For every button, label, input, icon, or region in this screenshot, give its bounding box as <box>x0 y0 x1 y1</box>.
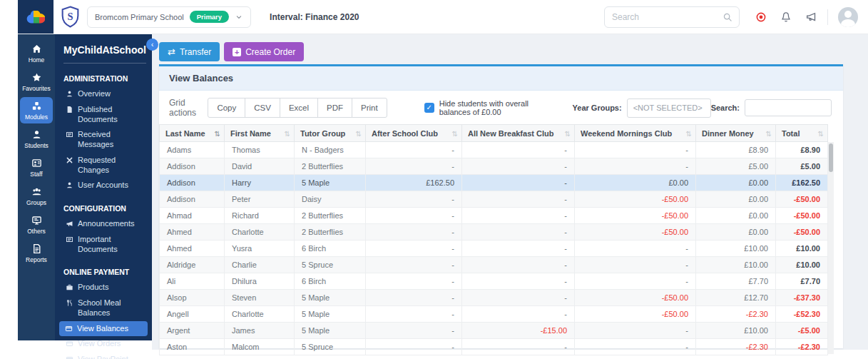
bromcom-shield-logo[interactable]: S <box>61 6 80 28</box>
cell-all-new-breakfast-club: -£15.00 <box>462 323 575 339</box>
sidebar-item-user-accounts[interactable]: User Accounts <box>63 178 146 193</box>
sidebar-item-view-orders[interactable]: View Orders <box>63 336 146 352</box>
cell-after-school-club: - <box>366 142 462 158</box>
sidebar-item-label: Important Documents <box>78 235 144 255</box>
table-row[interactable]: AldridgeCharlie5 Spruce---£10.00£10.00 <box>160 257 828 273</box>
print-button[interactable]: Print <box>352 98 387 118</box>
sidebar-item-requested-changes[interactable]: Requested Changes <box>63 153 146 178</box>
column-header-tutor-group[interactable]: Tutor Group⇅ <box>295 125 366 142</box>
sort-icon[interactable]: ⇅ <box>215 129 220 137</box>
year-groups-control: Year Groups: <box>573 98 711 118</box>
excel-button[interactable]: Excel <box>280 98 318 118</box>
sort-icon[interactable]: ⇅ <box>565 129 571 137</box>
table-scrollbar-track[interactable] <box>828 142 834 354</box>
table-row[interactable]: AlsopSteven5 Maple---£50.00£12.70-£37.30 <box>160 290 828 306</box>
rail-item-reports[interactable]: Reports <box>20 240 53 266</box>
messages-icon <box>66 131 73 138</box>
sort-icon[interactable]: ⇅ <box>452 129 458 137</box>
cell-weekend-mornings-club: -£50.00 <box>575 224 696 241</box>
student-icon <box>31 129 42 140</box>
table-row[interactable]: AhmedCharlotte2 Butterflies---£50.00£0.0… <box>160 224 828 241</box>
sort-icon[interactable]: ⇅ <box>766 129 772 137</box>
copy-button[interactable]: Copy <box>208 98 245 118</box>
column-header-dinner-money[interactable]: Dinner Money⇅ <box>696 125 776 142</box>
sort-icon[interactable]: ⇅ <box>356 129 362 137</box>
table-row[interactable]: AddisonPeterDaisy---£50.00£0.00-£50.00 <box>160 191 828 208</box>
sidebar-collapse-button[interactable]: ‹ <box>146 39 158 51</box>
search-input[interactable] <box>612 12 723 22</box>
table-row[interactable]: AhmadRichard2 Butterflies---£50.00£0.00-… <box>160 208 828 224</box>
table-row[interactable]: AhmedYusra6 Birch---£10.00£10.00 <box>160 241 828 257</box>
table-row[interactable]: AdamsThomasN - Badgers---£8.90£8.90 <box>160 142 828 158</box>
create-order-button[interactable]: + Create Order <box>224 42 304 61</box>
hide-balances-checkbox[interactable]: ✓ <box>424 103 434 113</box>
column-header-all-new-breakfast-club[interactable]: All New Breakfast Club⇅ <box>462 125 575 142</box>
table-header-row: Last Name⇅First Name⇅Tutor Group⇅After S… <box>160 125 828 142</box>
column-header-after-school-club[interactable]: After School Club⇅ <box>366 125 462 142</box>
sidebar-heading-configuration: CONFIGURATION <box>63 204 146 213</box>
pdf-button[interactable]: PDF <box>317 98 352 118</box>
cell-total: -£50.00 <box>776 191 828 208</box>
table-row[interactable]: AddisonDavid2 Butterflies---£5.00£5.00 <box>160 158 828 175</box>
cell-total: -£52.30 <box>776 306 828 323</box>
sidebar-item-label: Published Documents <box>78 105 144 125</box>
column-header-total[interactable]: Total⇅ <box>776 125 828 142</box>
cell-after-school-club: - <box>366 158 462 175</box>
sidebar-item-published-documents[interactable]: Published Documents <box>63 102 146 128</box>
column-header-last-name[interactable]: Last Name⇅ <box>160 125 225 142</box>
announcement-icon[interactable] <box>805 11 817 23</box>
icon-rail: HomeFavouritesModulesStudentsStaffGroups… <box>18 34 55 340</box>
cell-after-school-club: - <box>366 224 462 241</box>
csv-button[interactable]: CSV <box>245 98 280 118</box>
reports-icon <box>31 243 42 254</box>
sort-icon[interactable]: ⇅ <box>818 129 824 137</box>
table-row[interactable]: AliDhilura6 Birch---£7.70£7.70 <box>160 273 828 290</box>
table-row[interactable]: ArgentJames5 Maple--£15.00-£10.00-£5.00 <box>160 323 828 339</box>
cell-last-name: Ahmad <box>160 208 225 224</box>
rail-item-others[interactable]: Others <box>20 211 53 238</box>
rail-item-label: Students <box>24 142 48 149</box>
sidebar-item-received-messages[interactable]: Received Messages <box>63 127 146 153</box>
table-row[interactable]: AngellCharlotte5 Maple---£50.00-£2.30-£5… <box>160 306 828 323</box>
brand-logo[interactable] <box>18 0 53 34</box>
rail-item-staff[interactable]: Staff <box>20 154 53 181</box>
sort-icon[interactable]: ⇅ <box>686 129 692 137</box>
rail-item-modules[interactable]: Modules <box>20 97 53 123</box>
bell-icon[interactable] <box>780 11 792 23</box>
sidebar-item-important-documents[interactable]: Important Documents <box>63 232 146 258</box>
cell-after-school-club: - <box>366 191 462 208</box>
sidebar-item-label: Received Messages <box>78 130 144 150</box>
sort-icon[interactable]: ⇅ <box>285 129 290 137</box>
sidebar-item-announcements[interactable]: Announcements <box>63 216 146 232</box>
sidebar-item-view-balances[interactable]: View Balances <box>59 321 148 337</box>
column-header-first-name[interactable]: First Name⇅ <box>225 125 295 142</box>
cell-dinner-money: £0.00 <box>696 224 776 241</box>
rail-item-students[interactable]: Students <box>20 126 53 152</box>
rail-item-home[interactable]: Home <box>20 40 53 66</box>
transfer-button[interactable]: ⇄ Transfer <box>159 42 220 61</box>
table-search-label: Search: <box>711 103 740 112</box>
year-groups-input[interactable] <box>627 98 711 118</box>
column-header-weekend-mornings-club[interactable]: Weekend Mornings Club⇅ <box>575 125 696 142</box>
cell-weekend-mornings-club: - <box>575 323 696 339</box>
table-search-input[interactable] <box>745 99 832 116</box>
sidebar-item-overview[interactable]: Overview <box>63 86 146 102</box>
sidebar-item-label: Products <box>78 283 108 293</box>
rail-item-favourites[interactable]: Favourites <box>20 69 53 95</box>
user-avatar[interactable] <box>838 7 858 27</box>
cell-weekend-mornings-club: - <box>575 241 696 257</box>
record-icon[interactable] <box>755 11 767 23</box>
school-selector[interactable]: Bromcom Primary School Primary <box>87 6 251 28</box>
rail-item-groups[interactable]: Groups <box>20 183 53 209</box>
sidebar-heading-online-payment: ONLINE PAYMENT <box>63 268 146 276</box>
sidebar-item-view-paypoint-account-balances[interactable]: View PayPoint Account Balances <box>63 352 146 359</box>
hide-zero-balances-control[interactable]: ✓ Hide students with overall balances of… <box>424 99 541 116</box>
cell-weekend-mornings-club: £0.00 <box>575 175 696 191</box>
sidebar-item-products[interactable]: Products <box>63 280 146 295</box>
module-sidebar: MyChildAtSchool ADMINISTRATIONOverviewPu… <box>55 34 152 340</box>
table-row[interactable]: AddisonHarry5 Maple£162.50-£0.00£0.00£16… <box>160 175 828 191</box>
table-row[interactable]: AstonMalcom5 Spruce----£2.30-£2.30 <box>160 339 828 355</box>
table-scrollbar-thumb[interactable] <box>829 143 833 172</box>
cell-after-school-club: - <box>366 290 462 306</box>
sidebar-item-school-meal-balances[interactable]: School Meal Balances <box>63 295 146 321</box>
